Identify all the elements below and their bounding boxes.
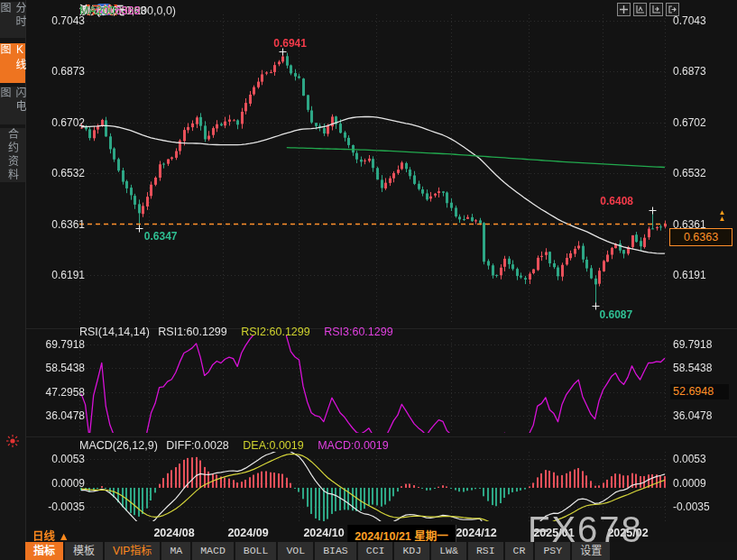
y-tick-label: 0.6532 [673,167,729,179]
y-tick-label: 0.6191 [673,269,729,281]
price-extreme-label: 0.6408 [600,195,633,207]
toolbar-button-MACD[interactable]: MACD [192,542,234,560]
indicator-toolbar: 指标模板VIP指标MAMACDBOLLVOLBIASCCIKDJLW&RSICR… [25,542,737,560]
pan-icon[interactable] [617,3,631,16]
price-extreme-label: 0.6941 [273,37,307,50]
macd-title[interactable]: MACD(26,12,9) [79,439,158,452]
time-axis-label: 2024/09 [227,527,268,539]
y-tick-label: 58.5438 [673,362,729,374]
sidebar-item-1[interactable]: 分时图 [0,2,25,38]
y-tick-label: 36.0478 [673,409,729,422]
y-tick-label: 0.0053 [32,453,85,465]
time-axis-label: 2024/12 [456,527,496,539]
rsi2-value: RSI2:60.1299 [241,326,309,338]
y-tick-label: 0.6873 [673,65,729,78]
y-tick-label: 0.6361 [32,218,85,231]
toolbar-button-RSI[interactable]: RSI [468,542,503,560]
y-tick-label: 0.6702 [673,116,729,129]
y-tick-label: 0.6873 [32,65,85,78]
toolbar-button-BIAS[interactable]: BIAS [315,542,356,560]
time-axis-label: 2024/08 [153,527,194,539]
y-axis-scale-icon[interactable] [633,3,647,16]
y-tick-label: 0.6532 [32,167,85,179]
y-tick-label: 0.7043 [673,14,729,27]
y-tick-label: 0.0053 [673,453,729,465]
y-tick-label: 0.0009 [673,477,729,490]
trading-app-window: 分时图K线图闪电图合约资料 澳元美元 【日线】 ⊕ MA(50,0,0,200,… [0,0,737,560]
rsi-highlight-value-box: 52.6948 [670,384,729,399]
time-axis-label: 2024/10 [303,527,344,539]
last-price-box: 0.6363 [669,228,732,246]
toolbar-button-CR[interactable]: CR [505,542,534,560]
toolbar-button-指标[interactable]: 指标 [25,542,63,560]
price-extreme-label: 0.6347 [144,230,178,243]
scroll-to-latest-icon[interactable]: ▲▲ [715,209,729,223]
toolbar-button-模板[interactable]: 模板 [65,542,103,560]
toolbar-button-LW&[interactable]: LW& [431,542,466,560]
ma200-value: MA200: [79,5,118,18]
toolbar-button-VIP指标[interactable]: VIP指标 [105,542,160,560]
toolbar-button-MA[interactable]: MA [161,542,190,560]
toolbar-button-BOLL[interactable]: BOLL [235,542,277,560]
x-axis-scale-icon[interactable] [649,3,663,16]
candlestick-chart-canvas[interactable] [0,0,737,560]
macd-dea-value: DEA:0.0019 [243,439,303,452]
toolbar-button-设置[interactable]: 设置 [572,542,610,560]
y-tick-label: 0.6702 [32,116,85,129]
y-tick-label: -0.0035 [673,500,729,513]
toolbar-button-VOL[interactable]: VOL [278,542,313,560]
macd-diff-value: DIFF:0.0028 [166,439,228,452]
y-tick-label: 58.5438 [32,362,85,374]
y-tick-label: 69.7918 [32,338,85,351]
rsi1-value: RSI1:60.1299 [158,326,226,338]
macd-value: MACD:0.0019 [318,439,389,452]
y-tick-label: 0.7043 [32,14,85,27]
toolbar-button-PSY[interactable]: PSY [535,542,570,560]
y-tick-label: 0.6191 [32,269,85,281]
left-sidebar: 分时图K线图闪电图合约资料 [0,0,26,560]
y-tick-label: 0.0009 [32,477,85,490]
toolbar-button-KDJ[interactable]: KDJ [394,542,429,560]
y-tick-label: 36.0478 [32,409,85,422]
rsi-title[interactable]: RSI(14,14,14) [79,326,150,338]
exit-chart-icon[interactable] [666,3,679,16]
y-tick-label: -0.0035 [32,500,85,513]
alert-sun-icon[interactable] [6,435,19,447]
price-extreme-label: 0.6087 [600,308,633,321]
rsi3-value: RSI3:60.1299 [324,326,392,338]
y-tick-label: 47.2958 [32,386,85,399]
y-tick-label: 69.7918 [673,338,729,351]
sidebar-item-2[interactable]: K线图 [0,43,25,83]
sidebar-item-3[interactable]: 闪电图 [0,87,25,124]
toolbar-button-CCI[interactable]: CCI [358,542,393,560]
sidebar-item-4[interactable]: 合约资料 [0,128,25,182]
